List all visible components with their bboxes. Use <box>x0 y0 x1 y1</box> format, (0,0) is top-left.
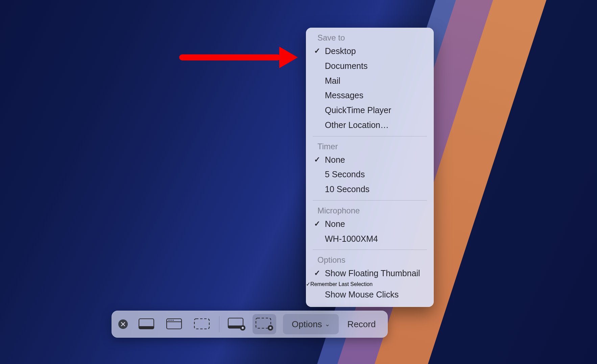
options-button[interactable]: Options ⌄ <box>283 314 339 334</box>
close-button[interactable] <box>118 319 128 329</box>
menu-section-title-options: Options <box>306 253 434 266</box>
menu-item-timer-10s[interactable]: 10 Seconds <box>306 182 434 197</box>
capture-selection-button[interactable] <box>190 314 214 334</box>
menu-separator <box>313 136 427 136</box>
menu-item-label: Messages <box>325 90 363 100</box>
record-selection-button[interactable] <box>253 314 276 334</box>
capture-selection-icon <box>193 318 210 331</box>
capture-window-icon <box>166 318 183 331</box>
annotation-arrow <box>179 47 298 68</box>
capture-entire-screen-icon <box>138 318 155 331</box>
menu-item-show-thumbnail[interactable]: ✓Show Floating Thumbnail <box>306 266 434 281</box>
checkmark-icon: ✓ <box>306 281 310 287</box>
menu-item-save-messages[interactable]: Messages <box>306 88 434 103</box>
record-button[interactable]: Record <box>339 314 385 334</box>
checkmark-icon: ✓ <box>314 155 320 165</box>
checkmark-icon: ✓ <box>314 268 320 278</box>
menu-item-label: WH-1000XM4 <box>325 234 378 243</box>
menu-item-save-other[interactable]: Other Location… <box>306 118 434 133</box>
options-button-label: Options <box>292 319 322 330</box>
svg-rect-7 <box>194 319 209 329</box>
menu-item-save-mail[interactable]: Mail <box>306 74 434 88</box>
menu-item-save-desktop[interactable]: ✓Desktop <box>306 44 434 59</box>
menu-item-label: None <box>325 155 345 164</box>
menu-item-label: Remember Last Selection <box>310 281 373 287</box>
menu-item-label: None <box>325 219 345 229</box>
menu-item-label: Other Location… <box>325 120 389 130</box>
menu-item-save-quicktime[interactable]: QuickTime Player <box>306 103 434 118</box>
menu-item-label: Documents <box>325 61 367 71</box>
options-menu: Save to ✓Desktop Documents Mail Messages… <box>306 28 434 307</box>
menu-item-show-mouse-clicks[interactable]: Show Mouse Clicks <box>306 287 434 302</box>
menu-section-title-timer: Timer <box>306 140 434 153</box>
menu-item-label: Mail <box>325 76 340 85</box>
desktop-wallpaper: Save to ✓Desktop Documents Mail Messages… <box>0 0 597 364</box>
menu-item-label: Show Floating Thumbnail <box>325 268 420 278</box>
checkmark-icon: ✓ <box>314 219 320 229</box>
menu-item-label: Desktop <box>325 46 356 56</box>
menu-item-label: QuickTime Player <box>325 105 391 115</box>
screenshot-toolbar: Options ⌄ Record <box>112 311 388 338</box>
toolbar-divider <box>219 316 219 332</box>
menu-separator <box>313 250 427 250</box>
menu-section-title-microphone: Microphone <box>306 204 434 217</box>
menu-item-timer-none[interactable]: ✓None <box>306 153 434 167</box>
menu-item-timer-5s[interactable]: 5 Seconds <box>306 167 434 182</box>
capture-window-button[interactable] <box>162 314 186 334</box>
menu-item-label: 5 Seconds <box>325 170 365 179</box>
menu-item-mic-none[interactable]: ✓None <box>306 217 434 232</box>
chevron-down-icon: ⌄ <box>325 320 330 328</box>
svg-point-6 <box>172 320 173 321</box>
svg-point-14 <box>269 327 271 329</box>
menu-item-label: Show Mouse Clicks <box>325 290 399 299</box>
close-icon <box>121 322 125 327</box>
menu-item-remember-selection[interactable]: ✓Remember Last Selection <box>306 281 434 287</box>
svg-rect-1 <box>139 326 154 329</box>
capture-entire-screen-button[interactable] <box>135 314 158 334</box>
menu-section-title-save-to: Save to <box>306 31 434 44</box>
checkmark-icon: ✓ <box>314 46 320 56</box>
svg-point-11 <box>242 327 244 329</box>
svg-point-4 <box>168 320 169 321</box>
svg-point-5 <box>170 320 171 321</box>
record-button-label: Record <box>348 319 376 330</box>
menu-item-save-documents[interactable]: Documents <box>306 59 434 74</box>
record-entire-screen-icon <box>227 317 246 331</box>
record-selection-icon <box>255 317 274 331</box>
menu-separator <box>313 200 427 201</box>
menu-item-label: 10 Seconds <box>325 184 369 194</box>
menu-item-mic-wh1000xm4[interactable]: WH-1000XM4 <box>306 232 434 246</box>
record-entire-screen-button[interactable] <box>225 314 248 334</box>
